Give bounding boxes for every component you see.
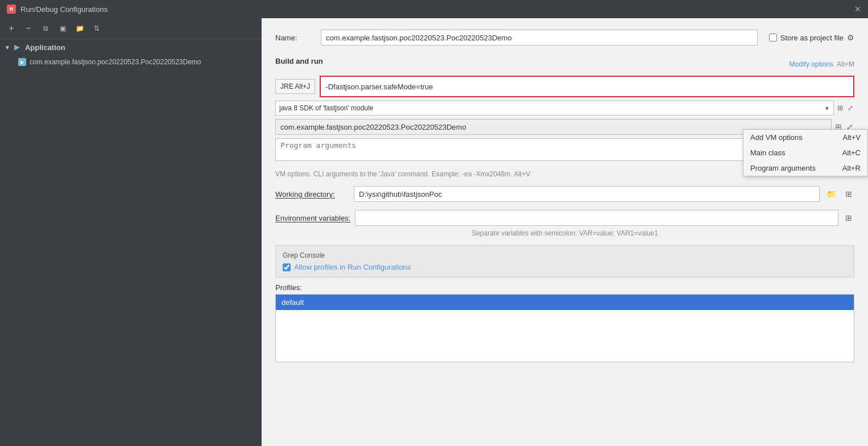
store-project-checkbox[interactable]: [769, 34, 777, 42]
profiles-list: default: [275, 294, 854, 362]
dropdown-item-main-class-label: Main class: [750, 148, 785, 157]
build-run-header: Build and run Modify options Alt+M: [275, 57, 854, 71]
close-icon[interactable]: ✕: [854, 5, 861, 14]
env-vars-copy-button[interactable]: ⊞: [843, 212, 854, 224]
profile-item-default[interactable]: default: [276, 295, 854, 310]
build-run-label: Build and run: [275, 57, 323, 65]
title-bar: R Run/Debug Configurations ✕: [0, 0, 868, 18]
modify-options-shortcut: Alt+M: [837, 60, 854, 68]
sidebar-toolbar: + − ⧉ ▣ 📁 ⇅: [0, 18, 261, 39]
gear-icon[interactable]: ⚙: [847, 33, 854, 42]
working-dir-copy-button[interactable]: ⊞: [843, 188, 854, 200]
folder-button[interactable]: 📁: [73, 22, 86, 35]
app-icon: R: [7, 5, 16, 14]
modify-options-row: Modify options Alt+M: [790, 60, 854, 68]
store-project-label: Store as project file: [780, 34, 844, 42]
store-project-row: Store as project file ⚙: [769, 33, 854, 42]
dropdown-item-program-arguments-shortcut: Alt+R: [842, 164, 861, 172]
tree-item-poc-demo-label: com.example.fastjson.poc20220523.Poc2022…: [30, 58, 201, 66]
dropdown-item-program-arguments-label: Program arguments: [750, 164, 816, 172]
working-dir-row: Working directory: 📁 ⊞: [275, 186, 854, 202]
dropdown-item-add-vm-options[interactable]: Add VM options Alt+V: [743, 130, 867, 145]
name-row: Name: Store as project file ⚙: [275, 30, 854, 46]
jre-button[interactable]: JRE Alt+J: [275, 79, 315, 94]
chevron-down-icon: ▼: [5, 44, 10, 51]
tree-group-application: ▼ ▶ Application ▶ com.example.fastjson.p…: [0, 39, 261, 69]
save-button[interactable]: ▣: [56, 22, 69, 35]
name-input[interactable]: [321, 30, 758, 46]
sort-button[interactable]: ⇅: [90, 22, 104, 35]
dropdown-item-main-class[interactable]: Main class Alt+C: [743, 145, 867, 160]
main-container: + − ⧉ ▣ 📁 ⇅ ▼ ▶ Application ▶ com.exampl…: [0, 18, 868, 446]
env-vars-input[interactable]: [355, 210, 838, 226]
dropdown-item-main-class-shortcut: Alt+C: [842, 148, 861, 157]
dropdown-item-program-arguments[interactable]: Program arguments Alt+R: [743, 160, 867, 176]
grep-console-title: Grep Console: [283, 251, 847, 259]
working-dir-browse-button[interactable]: 📁: [824, 188, 838, 200]
dropdown-item-add-vm-options-shortcut: Alt+V: [843, 133, 861, 142]
modify-options-link[interactable]: Modify options: [790, 60, 833, 68]
add-button[interactable]: +: [5, 22, 18, 35]
sidebar-tree: ▼ ▶ Application ▶ com.example.fastjson.p…: [0, 39, 261, 446]
grep-allow-profiles-label: Allow profiles in Run Configurations: [294, 263, 411, 271]
run-config-icon: ▶: [18, 58, 26, 66]
profiles-section: Profiles: default: [275, 283, 854, 362]
dropdown-popup: Add VM options Alt+V Main class Alt+C Pr…: [743, 129, 868, 176]
grep-allow-profiles-checkbox[interactable]: [283, 263, 291, 271]
copy-button[interactable]: ⧉: [39, 22, 52, 35]
env-vars-row: Environment variables: ⊞: [275, 210, 854, 226]
application-group-icon: ▶: [13, 43, 22, 52]
tree-item-poc-demo[interactable]: ▶ com.example.fastjson.poc20220523.Poc20…: [0, 55, 261, 69]
title-bar-text: Run/Debug Configurations: [20, 5, 108, 14]
tree-group-application-label: Application: [25, 43, 65, 52]
tree-group-application-header[interactable]: ▼ ▶ Application: [0, 39, 261, 55]
grep-console-checkbox-row: Allow profiles in Run Configurations: [283, 263, 847, 271]
sdk-dropdown-arrow-icon: ▼: [824, 105, 830, 112]
jre-row: JRE Alt+J: [275, 76, 854, 97]
vm-options-input[interactable]: [320, 76, 854, 97]
sdk-select[interactable]: java 8 SDK of 'fastjson' module ▼: [275, 101, 834, 115]
name-label: Name:: [275, 34, 321, 42]
content-area: Name: Store as project file ⚙ Build and …: [262, 18, 868, 446]
sdk-expand-button[interactable]: ⊞: [836, 103, 844, 113]
grep-console-section: Grep Console Allow profiles in Run Confi…: [275, 245, 854, 278]
working-dir-label: Working directory:: [275, 190, 349, 199]
sdk-fullscreen-button[interactable]: ⤢: [846, 103, 854, 113]
env-hint: Separate variables with semicolon: VAR=v…: [275, 229, 854, 237]
vm-options-container: [320, 76, 854, 97]
working-dir-input[interactable]: [354, 186, 820, 202]
sdk-value: java 8 SDK of 'fastjson' module: [279, 104, 822, 112]
profiles-label: Profiles:: [275, 283, 854, 292]
sidebar: + − ⧉ ▣ 📁 ⇅ ▼ ▶ Application ▶ com.exampl…: [0, 18, 262, 446]
env-vars-label: Environment variables:: [275, 214, 350, 222]
dropdown-item-add-vm-options-label: Add VM options: [750, 133, 803, 142]
remove-button[interactable]: −: [22, 22, 35, 35]
